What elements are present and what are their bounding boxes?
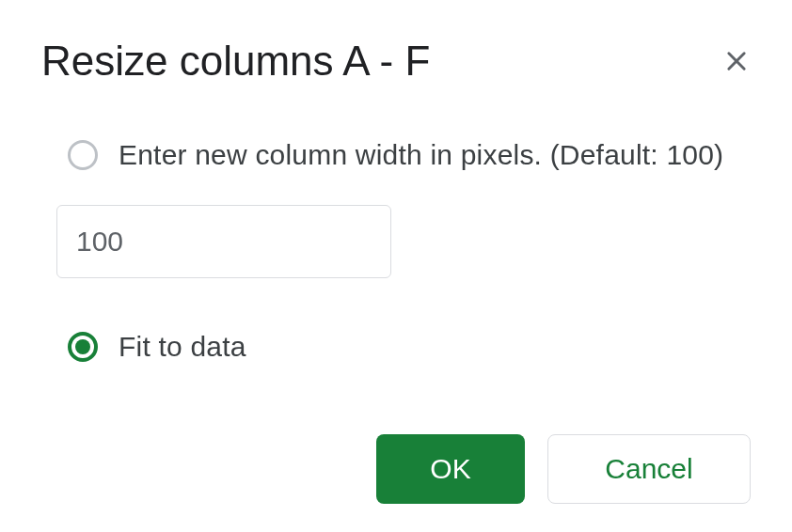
ok-button[interactable]: OK — [376, 434, 525, 504]
width-input-row — [41, 205, 751, 278]
close-button[interactable] — [722, 47, 751, 75]
cancel-button[interactable]: Cancel — [547, 434, 751, 504]
option-enter-width-label: Enter new column width in pixels. (Defau… — [119, 139, 723, 171]
option-fit-to-data[interactable]: Fit to data — [41, 331, 751, 363]
close-icon — [723, 48, 750, 74]
column-width-input[interactable] — [56, 205, 391, 278]
resize-columns-dialog: Resize columns A - F Enter new column wi… — [0, 0, 792, 532]
dialog-title: Resize columns A - F — [41, 38, 430, 85]
dialog-header: Resize columns A - F — [41, 38, 751, 85]
option-fit-to-data-label: Fit to data — [119, 331, 246, 363]
radio-enter-width[interactable] — [68, 140, 98, 170]
option-enter-width[interactable]: Enter new column width in pixels. (Defau… — [41, 139, 751, 171]
radio-fit-to-data[interactable] — [68, 332, 98, 362]
dialog-buttons: OK Cancel — [41, 434, 751, 504]
